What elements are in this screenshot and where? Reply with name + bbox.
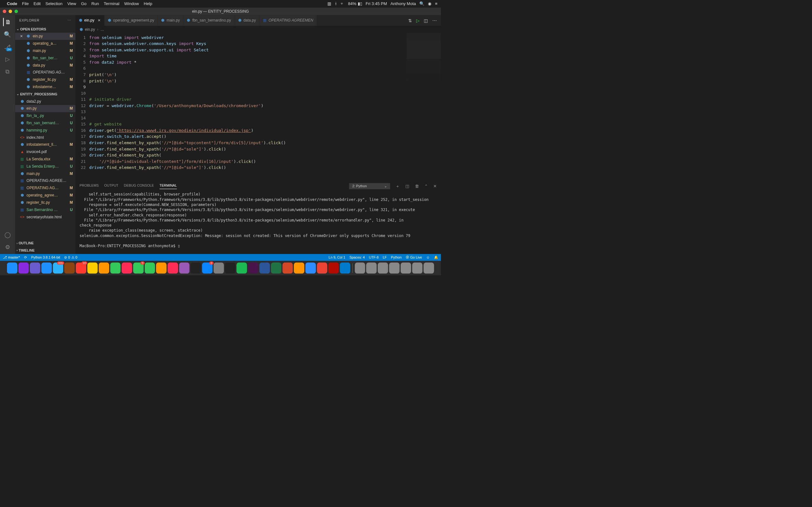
app-name[interactable]: Code <box>7 1 17 6</box>
dock-app-contacts[interactable] <box>64 263 75 274</box>
open-editor-item[interactable]: ✕⬢ein.pyM <box>15 33 75 40</box>
maximize-panel-icon[interactable]: ⌃ <box>424 184 428 188</box>
dock-app-spotify[interactable] <box>237 263 247 274</box>
menuextra-icon[interactable]: ▥ <box>327 1 331 6</box>
run-file-icon[interactable]: ▷ <box>416 18 420 23</box>
notifications-icon[interactable]: 🔔 <box>434 256 438 260</box>
dock-item-doc[interactable] <box>355 263 365 274</box>
terminal-output[interactable]: self.start_session(capabilities, browser… <box>75 190 441 254</box>
menu-view[interactable]: View <box>67 1 76 6</box>
dock-app-slack[interactable] <box>248 263 258 274</box>
dock-app-chrome[interactable] <box>317 263 327 274</box>
zoom-window-button[interactable] <box>14 9 18 13</box>
panel-tab-problems[interactable]: PROBLEMS <box>80 183 99 189</box>
close-editor-icon[interactable]: ✕ <box>20 34 24 38</box>
menu-edit[interactable]: Edit <box>34 1 41 6</box>
battery-status[interactable]: 84% ▮▯ <box>348 1 362 6</box>
git-branch[interactable]: ⎇ master* <box>3 256 20 260</box>
open-editor-item[interactable]: ⬢data.pyM <box>15 61 75 69</box>
file-item[interactable]: ⬢fbn_la_.pyU <box>15 112 75 119</box>
dock-app-mail[interactable]: 201 <box>53 263 63 274</box>
dock-app-powerpoint[interactable] <box>282 263 293 274</box>
menu-go[interactable]: Go <box>81 1 86 6</box>
encoding[interactable]: UTF-8 <box>369 256 379 259</box>
dock-app-acrobat[interactable] <box>328 263 339 274</box>
explorer-icon[interactable]: 🗎 <box>3 18 11 26</box>
wifi-icon[interactable]: ᯤ <box>340 1 345 6</box>
user-name[interactable]: Anthony Mota <box>391 1 416 6</box>
feedback-icon[interactable]: ☺ <box>426 256 430 259</box>
go-live[interactable]: ⦿ Go Live <box>406 256 422 259</box>
dock-app-terminal[interactable] <box>225 263 235 274</box>
kill-terminal-icon[interactable]: 🗑 <box>415 184 419 188</box>
editor-tab[interactable]: ⬢ein.py✕ <box>75 15 104 26</box>
editor-tab[interactable]: ▦OPERATING AGREEMEN <box>259 15 317 26</box>
file-item[interactable]: ⬢ein.pyM <box>15 105 75 112</box>
panel-tab-terminal[interactable]: TERMINAL <box>159 183 177 189</box>
dock-app-excel[interactable] <box>271 263 281 274</box>
dock-app-messages[interactable]: 3 <box>133 263 144 274</box>
file-item[interactable]: ⬢register_llc.pyM <box>15 199 75 206</box>
dock-item-doc[interactable] <box>401 263 411 274</box>
terminal-shell-select[interactable]: 2: Python ⌄ <box>349 183 390 189</box>
dock-app-calendar[interactable]: 10 <box>76 263 86 274</box>
breadcrumb[interactable]: ⬢ ein.py › … <box>75 26 441 33</box>
file-item[interactable]: ▦San Bernardino …U <box>15 206 75 214</box>
minimap[interactable] <box>406 33 441 102</box>
compare-changes-icon[interactable]: ⇅ <box>408 18 412 23</box>
open-editor-item[interactable]: ⬢infostateme…M <box>15 83 75 91</box>
dock-app-appstore[interactable]: 2 <box>202 263 212 274</box>
editor-tab[interactable]: ⬢data.py <box>235 15 259 26</box>
file-item[interactable]: ⬢data2.py <box>15 98 75 105</box>
dock-app-itunes[interactable] <box>156 263 166 274</box>
file-item[interactable]: ⬢hamming.pyU <box>15 127 75 134</box>
new-terminal-icon[interactable]: ＋ <box>396 183 400 189</box>
menu-selection[interactable]: Selection <box>45 1 62 6</box>
panel-tab-debug-console[interactable]: DEBUG CONSOLE <box>124 183 154 189</box>
menu-help[interactable]: Help <box>144 1 152 6</box>
dock-app-photos[interactable] <box>122 263 132 274</box>
dock-app-reminders[interactable] <box>99 263 109 274</box>
python-interpreter[interactable]: Python 3.8.1 64-bit <box>31 256 60 259</box>
file-item[interactable]: ▦La Senda Enterp…U <box>15 163 75 170</box>
file-item[interactable]: ⬢main.pyM <box>15 170 75 177</box>
run-debug-icon[interactable]: ▷ <box>3 55 12 63</box>
clock[interactable]: Fri 3:45 PM <box>366 1 387 6</box>
editor-tab[interactable]: ⬢main.py <box>158 15 184 26</box>
dock-app-podcasts[interactable] <box>179 263 190 274</box>
problems-count[interactable]: ⊘ 0 ⚠ 0 <box>64 256 77 260</box>
open-editor-item[interactable]: ⬢register_llc.pyM <box>15 76 75 83</box>
dock-item-folder[interactable] <box>412 263 422 274</box>
dock-app-zoom[interactable] <box>305 263 316 274</box>
dock-item-doc[interactable] <box>389 263 400 274</box>
menu-run[interactable]: Run <box>91 1 99 6</box>
dock-app-safari[interactable] <box>41 263 52 274</box>
open-editor-item[interactable]: ⬢fbn_san_ber…U <box>15 55 75 62</box>
file-item[interactable]: ▦La Senda.xlsxM <box>15 156 75 163</box>
file-item[interactable]: ⬢infostatement_ll…M <box>15 141 75 148</box>
dock-app-launchpad[interactable] <box>30 263 40 274</box>
dock-app-facetime[interactable] <box>145 263 155 274</box>
siri-icon[interactable]: ◉ <box>428 1 432 6</box>
dock-app-tv[interactable] <box>191 263 201 274</box>
file-item[interactable]: <>secretaryofstate.html <box>15 213 75 221</box>
timeline-header[interactable]: › TIMELINE <box>15 247 75 254</box>
file-item[interactable]: ⬢fbn_san_bernard…U <box>15 119 75 127</box>
close-window-button[interactable] <box>3 9 6 13</box>
file-item[interactable]: <>index.html <box>15 134 75 141</box>
search-icon[interactable]: 🔍 <box>3 31 12 39</box>
settings-gear-icon[interactable]: ⚙ <box>3 243 12 251</box>
dock-app-word[interactable] <box>259 263 270 274</box>
eol[interactable]: LF <box>383 256 387 259</box>
spotlight-icon[interactable]: 🔍 <box>419 1 424 6</box>
split-terminal-icon[interactable]: ◫ <box>405 184 409 188</box>
dock-app-finder[interactable] <box>7 263 17 274</box>
cursor-position[interactable]: Ln 9, Col 1 <box>328 256 345 259</box>
minimize-window-button[interactable] <box>9 9 12 13</box>
accounts-icon[interactable]: ◯ <box>3 231 12 239</box>
extensions-icon[interactable]: ⧉ <box>3 67 12 76</box>
open-editors-header[interactable]: ⌄ OPEN EDITORS <box>15 25 75 33</box>
dock-app-maps[interactable] <box>110 263 120 274</box>
file-item[interactable]: ▲invoice4.pdf <box>15 148 75 156</box>
sync-icon[interactable]: ⟳ <box>24 256 27 260</box>
